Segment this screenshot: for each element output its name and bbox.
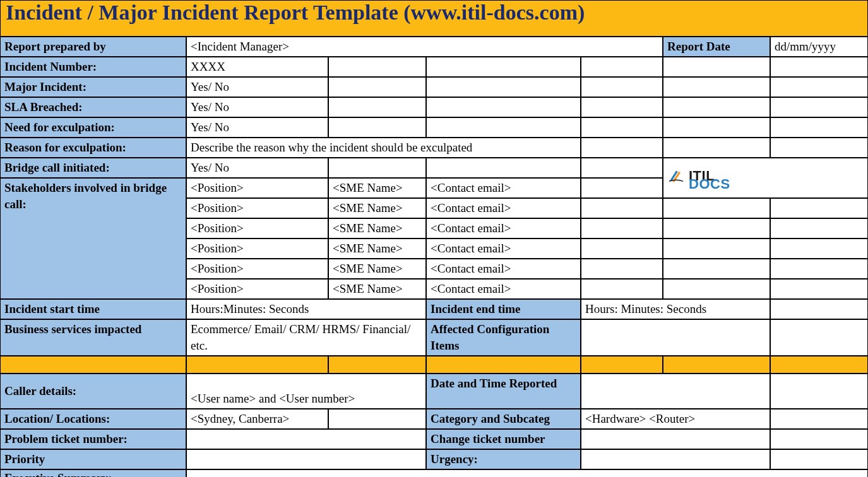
empty-cell[interactable] bbox=[581, 97, 663, 117]
empty-cell[interactable] bbox=[328, 409, 426, 429]
stakeholder-email[interactable]: <Contact email> bbox=[426, 279, 581, 299]
label-start-time: Incident start time bbox=[0, 299, 186, 319]
empty-cell[interactable] bbox=[663, 117, 770, 138]
empty-cell[interactable] bbox=[770, 319, 868, 356]
label-category: Category and Subcateg bbox=[426, 409, 581, 429]
empty-cell[interactable] bbox=[663, 138, 770, 158]
empty-cell[interactable] bbox=[426, 97, 581, 117]
empty-cell[interactable] bbox=[581, 279, 663, 299]
value-problem-ticket[interactable] bbox=[186, 429, 426, 449]
empty-cell[interactable] bbox=[426, 77, 581, 97]
empty-cell[interactable] bbox=[426, 117, 581, 138]
empty-cell[interactable] bbox=[770, 198, 868, 218]
value-locations[interactable]: <Sydney, Canberra> bbox=[186, 409, 328, 429]
empty-cell[interactable] bbox=[770, 57, 868, 77]
empty-cell[interactable] bbox=[581, 198, 663, 218]
stakeholder-position[interactable]: <Position> bbox=[186, 218, 328, 238]
empty-cell[interactable] bbox=[770, 259, 868, 279]
empty-cell[interactable] bbox=[581, 259, 663, 279]
empty-cell[interactable] bbox=[770, 97, 868, 117]
empty-cell[interactable] bbox=[770, 409, 868, 429]
empty-cell[interactable] bbox=[770, 238, 868, 259]
stakeholder-email[interactable]: <Contact email> bbox=[426, 238, 581, 259]
label-prepared-by: Report prepared by bbox=[0, 37, 186, 57]
stakeholder-email[interactable]: <Contact email> bbox=[426, 178, 581, 198]
empty-cell[interactable] bbox=[770, 374, 868, 409]
label-incident-number: Incident Number: bbox=[0, 57, 186, 77]
empty-cell[interactable] bbox=[770, 429, 868, 449]
label-priority: Priority bbox=[0, 449, 186, 469]
empty-cell[interactable] bbox=[663, 218, 770, 238]
empty-cell[interactable] bbox=[328, 77, 426, 97]
empty-cell[interactable] bbox=[581, 158, 663, 178]
value-end-time[interactable]: Hours: Minutes: Seconds bbox=[581, 299, 770, 319]
value-start-time[interactable]: Hours:Minutes: Seconds bbox=[186, 299, 426, 319]
empty-cell[interactable] bbox=[581, 138, 663, 158]
empty-cell[interactable] bbox=[581, 77, 663, 97]
empty-cell[interactable] bbox=[328, 158, 426, 178]
label-services: Business services impacted bbox=[0, 319, 186, 356]
stakeholder-position[interactable]: <Position> bbox=[186, 198, 328, 218]
stakeholder-position[interactable]: <Position> bbox=[186, 238, 328, 259]
empty-cell[interactable] bbox=[328, 97, 426, 117]
empty-cell[interactable] bbox=[770, 299, 868, 319]
stakeholder-sme[interactable]: <SME Name> bbox=[328, 178, 426, 198]
empty-cell[interactable] bbox=[426, 57, 581, 77]
empty-cell[interactable] bbox=[581, 117, 663, 138]
stakeholder-sme[interactable]: <SME Name> bbox=[328, 259, 426, 279]
empty-cell[interactable] bbox=[770, 218, 868, 238]
value-need-exculpation[interactable]: Yes/ No bbox=[186, 117, 328, 138]
stakeholder-email[interactable]: <Contact email> bbox=[426, 218, 581, 238]
empty-cell[interactable] bbox=[581, 57, 663, 77]
stakeholder-email[interactable]: <Contact email> bbox=[426, 198, 581, 218]
value-change-ticket[interactable] bbox=[581, 429, 770, 449]
value-major-incident[interactable]: Yes/ No bbox=[186, 77, 328, 97]
empty-cell[interactable] bbox=[581, 238, 663, 259]
value-affected-ci[interactable] bbox=[581, 319, 770, 356]
empty-cell[interactable] bbox=[581, 218, 663, 238]
value-urgency[interactable] bbox=[581, 449, 770, 469]
empty-cell[interactable] bbox=[663, 97, 770, 117]
page-title: Incident / Major Incident Report Templat… bbox=[0, 0, 868, 37]
empty-cell[interactable] bbox=[328, 57, 426, 77]
value-priority[interactable] bbox=[186, 449, 426, 469]
value-date-reported[interactable] bbox=[581, 374, 770, 409]
empty-cell[interactable] bbox=[770, 279, 868, 299]
empty-cell[interactable] bbox=[663, 279, 770, 299]
stakeholder-sme[interactable]: <SME Name> bbox=[328, 218, 426, 238]
empty-cell[interactable] bbox=[770, 117, 868, 138]
empty-cell[interactable] bbox=[663, 198, 770, 218]
value-reason-exculpation[interactable]: Describe the reason why the incident sho… bbox=[186, 138, 581, 158]
empty-cell[interactable] bbox=[328, 117, 426, 138]
stakeholder-position[interactable]: <Position> bbox=[186, 178, 328, 198]
label-locations: Location/ Locations: bbox=[0, 409, 186, 429]
value-category[interactable]: <Hardware> <Router> bbox=[581, 409, 770, 429]
value-exec-summary[interactable] bbox=[186, 469, 868, 477]
empty-cell[interactable] bbox=[663, 238, 770, 259]
empty-cell[interactable] bbox=[663, 259, 770, 279]
stakeholder-email[interactable]: <Contact email> bbox=[426, 259, 581, 279]
empty-cell[interactable] bbox=[663, 57, 770, 77]
value-caller[interactable]: <User name> and <User number> bbox=[186, 374, 426, 409]
value-sla-breached[interactable]: Yes/ No bbox=[186, 97, 328, 117]
section-divider bbox=[0, 356, 868, 374]
empty-cell[interactable] bbox=[663, 77, 770, 97]
empty-cell[interactable] bbox=[770, 449, 868, 469]
value-prepared-by[interactable]: <Incident Manager> bbox=[186, 37, 663, 57]
stakeholder-sme[interactable]: <SME Name> bbox=[328, 279, 426, 299]
stakeholder-position[interactable]: <Position> bbox=[186, 259, 328, 279]
value-incident-number[interactable]: XXXX bbox=[186, 57, 328, 77]
stakeholder-position[interactable]: <Position> bbox=[186, 279, 328, 299]
incident-report-table: Incident / Major Incident Report Templat… bbox=[0, 0, 868, 477]
empty-cell[interactable] bbox=[426, 158, 581, 178]
empty-cell[interactable] bbox=[581, 178, 663, 198]
value-bridge-call[interactable]: Yes/ No bbox=[186, 158, 328, 178]
stakeholder-sme[interactable]: <SME Name> bbox=[328, 238, 426, 259]
value-services[interactable]: Ecommerce/ Email/ CRM/ HRMS/ Financial/ … bbox=[186, 319, 426, 356]
label-reason-exculpation: Reason for exculpation: bbox=[0, 138, 186, 158]
stakeholder-sme[interactable]: <SME Name> bbox=[328, 198, 426, 218]
empty-cell[interactable] bbox=[770, 138, 868, 158]
value-report-date[interactable]: dd/mm/yyyy bbox=[770, 37, 868, 57]
label-urgency: Urgency: bbox=[426, 449, 581, 469]
empty-cell[interactable] bbox=[770, 77, 868, 97]
